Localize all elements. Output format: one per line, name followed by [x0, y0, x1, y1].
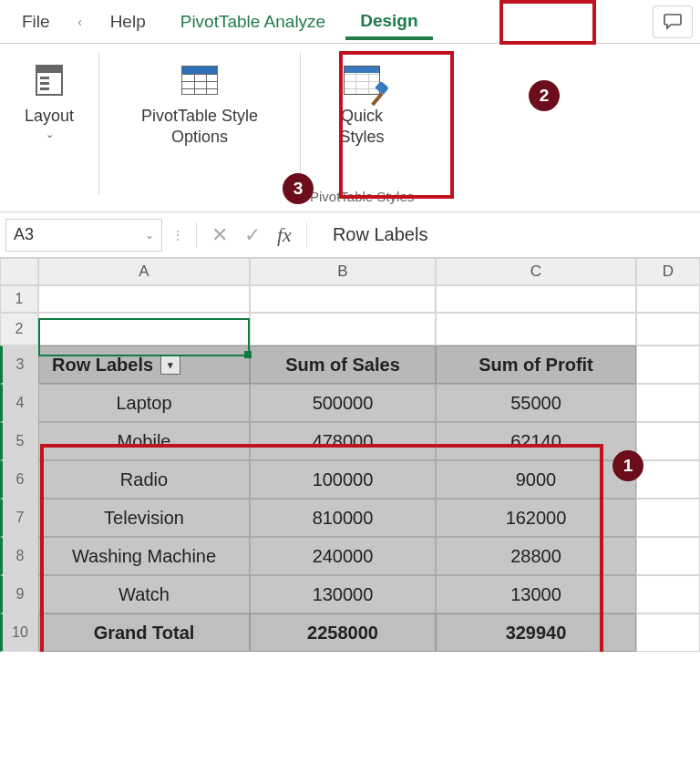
row-header[interactable]: 1 — [0, 285, 38, 313]
scroll-left-icon[interactable]: ‹ — [70, 15, 90, 29]
col-header-C[interactable]: C — [436, 258, 636, 285]
col-header-B[interactable]: B — [250, 258, 436, 285]
pivot-cell[interactable]: 478000 — [250, 422, 436, 460]
grip-icon: ⋮ — [171, 228, 183, 242]
table-row: 7 Television 810000 162000 — [0, 499, 700, 537]
pivot-header-rowlabels[interactable]: Row Labels ▾ — [38, 345, 250, 384]
pivot-cell[interactable]: 55000 — [436, 384, 636, 422]
pivot-header-profit[interactable]: Sum of Profit — [436, 345, 636, 384]
layout-icon — [36, 65, 63, 96]
row-header[interactable]: 8 — [0, 537, 38, 575]
formula-bar: A3 ⌄ ⋮ ✕ ✓ fx Row Labels — [0, 212, 700, 258]
cell[interactable] — [38, 285, 250, 313]
row-2: 2 — [0, 313, 700, 345]
pivot-cell[interactable]: 28800 — [436, 537, 636, 575]
cell[interactable] — [636, 613, 700, 652]
col-header-A[interactable]: A — [38, 258, 250, 285]
badge-2: 2 — [529, 80, 560, 111]
table-row: 6 Radio 100000 9000 — [0, 460, 700, 499]
pivot-cell[interactable]: 810000 — [250, 499, 436, 537]
cell[interactable] — [250, 285, 436, 313]
cell[interactable] — [436, 313, 636, 345]
tab-pivottable-analyze[interactable]: PivotTable Analyze — [166, 5, 341, 39]
style-options-label: PivotTable Style Options — [141, 106, 258, 147]
cell[interactable] — [636, 537, 700, 575]
row-header[interactable]: 10 — [0, 613, 38, 652]
pivot-cell[interactable]: 162000 — [436, 499, 636, 537]
pivot-cell[interactable]: Laptop — [38, 384, 250, 422]
row-header[interactable]: 4 — [0, 384, 38, 422]
table-row: 5 Mobile 478000 62140 — [0, 422, 700, 460]
pivot-cell[interactable]: Radio — [38, 460, 250, 499]
row-3: 3 Row Labels ▾ Sum of Sales Sum of Profi… — [0, 345, 700, 384]
pivot-cell[interactable]: 13000 — [436, 575, 636, 613]
pivot-header-sales[interactable]: Sum of Sales — [250, 345, 436, 384]
cell[interactable] — [636, 575, 700, 613]
col-header-D[interactable]: D — [636, 258, 700, 285]
table-row: 8 Washing Machine 240000 28800 — [0, 537, 700, 575]
tab-strip: File ‹ Help PivotTable Analyze Design — [0, 0, 700, 44]
cell[interactable] — [250, 313, 436, 345]
chevron-down-icon: ⌄ — [145, 229, 154, 242]
formula-input[interactable]: Row Labels — [316, 224, 428, 245]
pivot-header-text: Row Labels — [52, 355, 153, 376]
column-headers: A B C D — [0, 258, 700, 285]
confirm-button[interactable]: ✓ — [239, 223, 266, 247]
tab-file[interactable]: File — [7, 5, 65, 39]
table-icon — [181, 66, 218, 95]
pivot-total-label[interactable]: Grand Total — [38, 613, 250, 652]
pivot-cell[interactable]: Mobile — [38, 422, 250, 460]
row-header[interactable]: 7 — [0, 499, 38, 537]
pivot-cell[interactable]: Watch — [38, 575, 250, 613]
layout-label: Layout — [25, 106, 74, 127]
cell[interactable] — [636, 460, 700, 499]
pivot-cell[interactable]: 130000 — [250, 575, 436, 613]
cell[interactable] — [636, 499, 700, 537]
cell[interactable] — [636, 313, 700, 345]
worksheet[interactable]: A B C D 1 2 3 Row Labels ▾ Sum of Sales … — [0, 258, 700, 652]
pivot-cell[interactable]: 500000 — [250, 384, 436, 422]
tab-help[interactable]: Help — [96, 5, 160, 39]
filter-button[interactable]: ▾ — [160, 355, 180, 375]
layout-button[interactable]: Layout ⌄ — [9, 53, 89, 142]
style-options-button[interactable]: PivotTable Style Options — [108, 53, 291, 149]
cell[interactable] — [636, 422, 700, 460]
comment-icon — [663, 13, 683, 31]
separator — [306, 222, 307, 248]
cell[interactable] — [38, 313, 250, 345]
pivot-cell[interactable]: 62140 — [436, 422, 636, 460]
cell[interactable] — [436, 285, 636, 313]
grand-total-row: 10 Grand Total 2258000 329940 — [0, 613, 700, 652]
row-header[interactable]: 5 — [0, 422, 38, 460]
cell[interactable] — [636, 285, 700, 313]
row-header[interactable]: 2 — [0, 313, 38, 345]
fx-button[interactable]: fx — [272, 223, 297, 247]
comments-button[interactable] — [653, 5, 693, 38]
pivot-cell[interactable]: Television — [38, 499, 250, 537]
cell[interactable] — [636, 345, 700, 384]
row-header[interactable]: 9 — [0, 575, 38, 613]
group-label: PivotTable Styles — [310, 189, 414, 208]
table-row: 4 Laptop 500000 55000 — [0, 384, 700, 422]
separator — [98, 53, 99, 194]
ribbon: Layout ⌄ PivotTable Style Options Quick … — [0, 44, 700, 212]
row-header[interactable]: 6 — [0, 460, 38, 499]
select-all-corner[interactable] — [0, 258, 38, 285]
name-box[interactable]: A3 ⌄ — [5, 219, 162, 252]
pivot-cell[interactable]: Washing Machine — [38, 537, 250, 575]
row-1: 1 — [0, 285, 700, 313]
row-header[interactable]: 3 — [0, 345, 38, 384]
cancel-button[interactable]: ✕ — [206, 223, 233, 247]
quick-styles-button[interactable]: Quick Styles — [312, 53, 412, 149]
pivot-total-profit[interactable]: 329940 — [436, 613, 636, 652]
tab-design[interactable]: Design — [345, 4, 432, 40]
table-row: 9 Watch 130000 13000 — [0, 575, 700, 613]
pivot-cell[interactable]: 240000 — [250, 537, 436, 575]
badge-1: 1 — [612, 450, 643, 481]
pivot-total-sales[interactable]: 2258000 — [250, 613, 436, 652]
pivot-cell[interactable]: 9000 — [436, 460, 636, 499]
cell[interactable] — [636, 384, 700, 422]
chevron-down-icon: ⌄ — [46, 129, 54, 140]
badge-3: 3 — [283, 173, 314, 204]
pivot-cell[interactable]: 100000 — [250, 460, 436, 499]
